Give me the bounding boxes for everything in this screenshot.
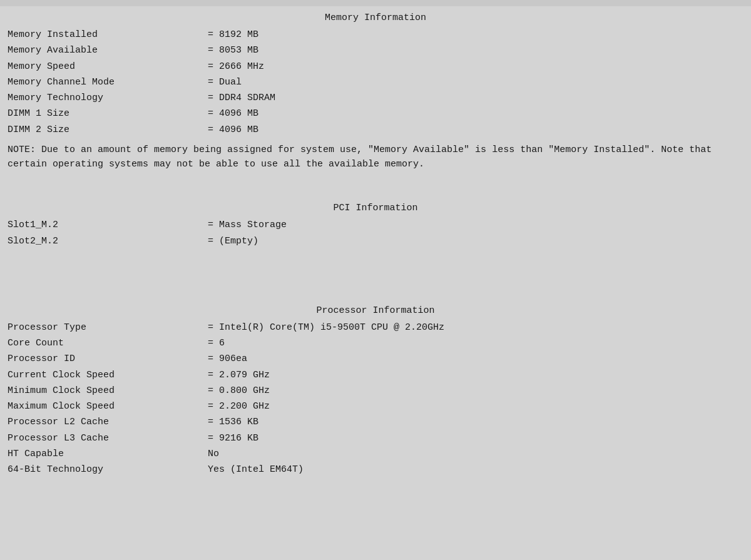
table-row: Slot1_M.2= Mass Storage: [5, 217, 746, 233]
row-value: = 8053 MB: [205, 43, 746, 58]
row-value: No: [205, 446, 746, 462]
table-row: Processor L2 Cache= 1536 KB: [5, 414, 746, 430]
row-value: = (Empty): [205, 233, 746, 249]
row-value: = 6: [205, 335, 746, 351]
divider-2: [5, 262, 746, 305]
row-value: = DDR4 SDRAM: [205, 90, 746, 106]
memory-section: Memory Information Memory Installed= 819…: [5, 13, 746, 171]
row-label: Current Clock Speed: [5, 367, 205, 383]
row-value: = 8192 MB: [205, 27, 746, 43]
row-label: Memory Speed: [5, 59, 205, 74]
row-label: Memory Technology: [5, 90, 205, 106]
row-label: Minimum Clock Speed: [5, 383, 205, 399]
row-label: DIMM 2 Size: [5, 122, 205, 138]
table-row: Maximum Clock Speed= 2.200 GHz: [5, 399, 746, 414]
table-row: Processor ID= 906ea: [5, 351, 746, 367]
row-label: Memory Channel Mode: [5, 74, 205, 90]
pci-table: Slot1_M.2= Mass StorageSlot2_M.2= (Empty…: [5, 217, 746, 249]
row-label: Processor Type: [5, 320, 205, 335]
table-row: Current Clock Speed= 2.079 GHz: [5, 367, 746, 383]
row-value: = 9216 KB: [205, 430, 746, 446]
table-row: Memory Speed= 2666 MHz: [5, 59, 746, 74]
table-row: Memory Channel Mode= Dual: [5, 74, 746, 90]
row-label: Memory Available: [5, 43, 205, 58]
memory-note: NOTE: Due to an amount of memory being a…: [8, 143, 743, 172]
row-value: = 906ea: [205, 351, 746, 367]
row-label: DIMM 1 Size: [5, 106, 205, 121]
memory-section-title: Memory Information: [5, 13, 746, 23]
row-value: = 2666 MHz: [205, 59, 746, 74]
row-value: = 2.200 GHz: [205, 399, 746, 414]
page-container: Memory Information Memory Installed= 819…: [0, 6, 751, 560]
row-value: = Mass Storage: [205, 217, 746, 233]
pci-section-title: PCI Information: [5, 203, 746, 213]
table-row: Memory Installed= 8192 MB: [5, 27, 746, 43]
pci-section: PCI Information Slot1_M.2= Mass StorageS…: [5, 203, 746, 249]
table-row: Minimum Clock Speed= 0.800 GHz: [5, 383, 746, 399]
table-row: Processor L3 Cache= 9216 KB: [5, 430, 746, 446]
table-row: DIMM 2 Size= 4096 MB: [5, 122, 746, 138]
row-value: = 4096 MB: [205, 106, 746, 121]
table-row: Slot2_M.2= (Empty): [5, 233, 746, 249]
row-value: = 0.800 GHz: [205, 383, 746, 399]
row-value: = Intel(R) Core(TM) i5-9500T CPU @ 2.20G…: [205, 320, 746, 335]
processor-section: Processor Information Processor Type= In…: [5, 305, 746, 478]
table-row: Processor Type= Intel(R) Core(TM) i5-950…: [5, 320, 746, 335]
table-row: DIMM 1 Size= 4096 MB: [5, 106, 746, 121]
processor-section-title: Processor Information: [5, 305, 746, 316]
row-label: Core Count: [5, 335, 205, 351]
row-value: Yes (Intel EM64T): [205, 462, 746, 477]
divider-1: [5, 184, 746, 203]
row-label: 64-Bit Technology: [5, 462, 205, 477]
row-label: Slot1_M.2: [5, 217, 205, 233]
row-label: Memory Installed: [5, 27, 205, 43]
row-value: = 4096 MB: [205, 122, 746, 138]
row-label: Processor L2 Cache: [5, 414, 205, 430]
table-row: 64-Bit TechnologyYes (Intel EM64T): [5, 462, 746, 477]
row-value: = Dual: [205, 74, 746, 90]
table-row: Memory Available= 8053 MB: [5, 43, 746, 58]
memory-table: Memory Installed= 8192 MBMemory Availabl…: [5, 27, 746, 138]
row-label: Processor ID: [5, 351, 205, 367]
table-row: Memory Technology= DDR4 SDRAM: [5, 90, 746, 106]
row-label: Maximum Clock Speed: [5, 399, 205, 414]
row-label: Processor L3 Cache: [5, 430, 205, 446]
row-value: = 1536 KB: [205, 414, 746, 430]
row-value: = 2.079 GHz: [205, 367, 746, 383]
row-label: Slot2_M.2: [5, 233, 205, 249]
row-label: HT Capable: [5, 446, 205, 462]
table-row: Core Count= 6: [5, 335, 746, 351]
processor-table: Processor Type= Intel(R) Core(TM) i5-950…: [5, 320, 746, 478]
table-row: HT CapableNo: [5, 446, 746, 462]
